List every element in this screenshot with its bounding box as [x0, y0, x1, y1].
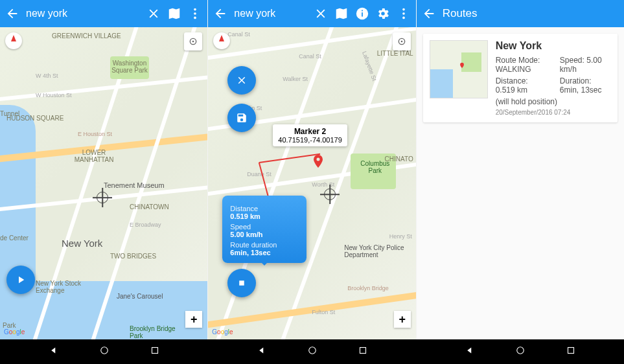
label-nyse: New York Stock Exchange [36, 280, 87, 294]
label-greenwich: GREENWICH VILLAGE [52, 32, 121, 40]
nav-home-button[interactable] [514, 345, 526, 359]
route-thumbnail [430, 40, 488, 98]
search-input[interactable]: new york [26, 8, 140, 19]
svg-point-16 [308, 347, 316, 354]
label-two-bridges: TWO BRIDGES [110, 253, 156, 260]
back-icon[interactable] [5, 6, 19, 21]
map-canvas[interactable]: GREENWICH VILLAGE Washington Square Park… [0, 27, 207, 339]
marker-coords: 40.71519,-74.00179 [278, 136, 341, 144]
nav-back-button[interactable] [256, 345, 268, 359]
duration-value: 6min, 13sec [230, 249, 299, 256]
svg-rect-13 [240, 280, 245, 286]
screen-map-search: new york GREENWICH VILLAGE Washington Sq… [0, 0, 208, 339]
page-title: Routes [443, 7, 478, 20]
marker-pin-icon[interactable] [310, 150, 326, 172]
street-fulton: Fulton St [312, 309, 335, 315]
screen-route-active: new york Canal St Canal St Franklin St W… [208, 0, 416, 339]
clear-search-icon[interactable] [314, 6, 328, 21]
nav-back-button[interactable] [48, 345, 60, 359]
svg-rect-17 [360, 348, 365, 354]
compass-icon[interactable] [5, 32, 22, 49]
label-newyork: New York [62, 238, 102, 249]
close-route-button[interactable] [227, 66, 256, 95]
google-logo: Google [212, 328, 233, 336]
nav-home-button[interactable] [306, 345, 318, 359]
label-lower-manhattan: LOWER MANHATTAN [68, 149, 120, 163]
label-brooklyn-bridge: Brooklyn Bridge Park [130, 325, 181, 339]
distance-value: 0.519 km [230, 212, 299, 220]
appbar: Routes [417, 0, 624, 27]
my-location-button[interactable] [184, 32, 202, 51]
label-center: de Center [0, 234, 29, 242]
label-w4: W 4th St [36, 73, 58, 79]
search-input[interactable]: new york [234, 8, 306, 19]
compass-icon[interactable] [213, 32, 230, 49]
speed-label: Speed [230, 223, 299, 231]
my-location-button[interactable] [393, 32, 411, 51]
back-icon[interactable] [213, 6, 227, 21]
svg-rect-6 [362, 12, 363, 16]
svg-point-12 [400, 41, 402, 43]
info-icon[interactable] [355, 6, 369, 21]
overflow-menu-icon[interactable] [188, 6, 202, 21]
nav-home-button[interactable] [98, 345, 110, 359]
appbar: new york [0, 0, 207, 27]
label-little-italy: LITTLE ITAL [377, 50, 413, 57]
settings-icon[interactable] [376, 6, 390, 21]
svg-point-10 [402, 17, 405, 19]
svg-point-8 [402, 8, 405, 11]
svg-point-0 [194, 8, 196, 11]
svg-rect-7 [362, 10, 363, 12]
route-speed-label: Speed: [560, 56, 584, 65]
stop-button[interactable] [227, 269, 256, 297]
route-duration-value: 6min, 13sec [560, 85, 602, 95]
svg-point-14 [100, 347, 108, 354]
nav-recent-button[interactable] [357, 345, 369, 359]
route-distance-label: Distance: [496, 76, 528, 85]
save-route-button[interactable] [227, 104, 256, 132]
label-houston: E Houston St [78, 131, 112, 137]
overflow-menu-icon[interactable] [397, 6, 411, 21]
route-duration-label: Duration: [560, 76, 592, 85]
street-canal: Canal St [227, 31, 250, 38]
back-icon[interactable] [422, 6, 436, 21]
street-walker: Walker St [283, 76, 308, 82]
speed-value: 5.00 km/h [230, 231, 299, 238]
marker-pin-icon [459, 61, 465, 70]
label-chinatown: CHINATOWN [130, 203, 169, 210]
route-mode-value: WALKING [496, 65, 531, 74]
label-whouston: W Houston St [36, 92, 72, 98]
clear-search-icon[interactable] [146, 6, 161, 21]
route-title: New York [496, 40, 611, 52]
map-icon[interactable] [167, 6, 181, 21]
label-e-broadway: E Broadway [130, 222, 161, 228]
label-tunnel: Tunnel [0, 110, 19, 117]
route-card[interactable]: New York Route Mode: WALKING Speed: 5.00… [423, 34, 618, 122]
street-brooklyn-bridge: Brooklyn Bridge [347, 285, 389, 291]
route-hold-position: (will hold position) [496, 97, 611, 106]
route-distance-value: 0.519 km [496, 85, 527, 95]
map-canvas[interactable]: Canal St Canal St Franklin St Walker St … [208, 27, 415, 339]
route-info-callout: Distance 0.519 km Speed 5.00 km/h Route … [222, 196, 306, 263]
nav-recent-button[interactable] [565, 345, 577, 359]
nav-recent-button[interactable] [149, 345, 161, 359]
center-crosshair-icon [321, 186, 338, 203]
duration-label: Route duration [230, 241, 299, 249]
nav-back-button[interactable] [464, 345, 476, 359]
screen-routes-list: Routes New York Route Mode: WALKING Spee… [417, 0, 624, 339]
map-icon[interactable] [334, 6, 349, 21]
zoom-in-button[interactable]: + [394, 311, 411, 328]
svg-point-18 [516, 347, 524, 354]
label-tenement: Tenement Museum [104, 181, 165, 189]
center-crosshair-icon [94, 189, 111, 206]
street-lafayette: Lafayette St [361, 51, 378, 82]
svg-point-9 [402, 12, 405, 15]
play-button[interactable] [6, 266, 35, 294]
marker-title: Marker 2 [278, 127, 341, 136]
route-mode-label: Route Mode: [496, 56, 540, 65]
android-navbar [0, 339, 624, 364]
routes-list: New York Route Mode: WALKING Speed: 5.00… [417, 27, 624, 339]
label-washington-sq: Washington Square Park [107, 60, 152, 74]
street-canal2: Canal St [299, 53, 321, 60]
zoom-in-button[interactable]: + [185, 311, 202, 328]
